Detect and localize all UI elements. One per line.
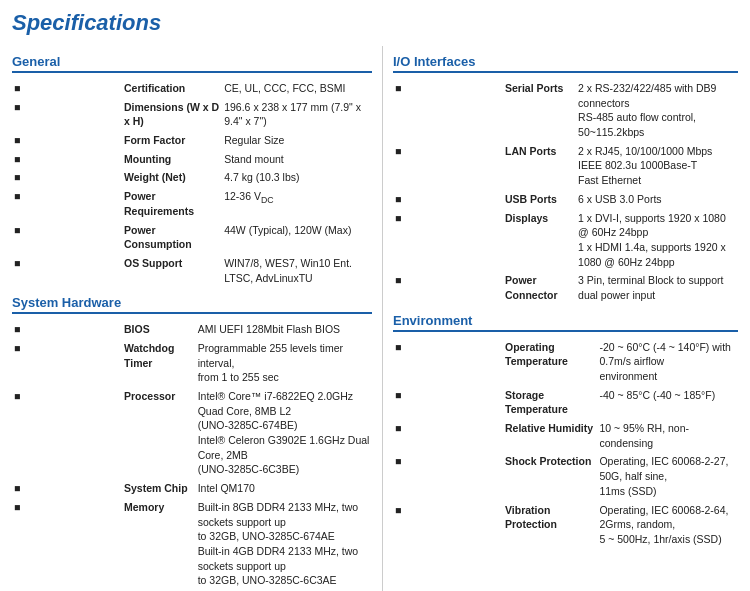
- table-row: ■ BIOS AMI UEFI 128Mbit Flash BIOS: [12, 320, 372, 339]
- io-table: ■ Serial Ports 2 x RS-232/422/485 with D…: [393, 79, 738, 305]
- two-column-layout: General ■ Certification CE, UL, CCC, FCC…: [12, 46, 738, 591]
- value-bios: AMI UEFI 128Mbit Flash BIOS: [196, 320, 372, 339]
- label-os-support: OS Support: [122, 254, 222, 287]
- table-row: ■ Memory Built-in 8GB DDR4 2133 MHz, two…: [12, 498, 372, 590]
- value-shock: Operating, IEC 60068-2-27, 50G, half sin…: [597, 452, 738, 500]
- table-row: ■ System Chip Intel QM170: [12, 479, 372, 498]
- label-dimensions: Dimensions (W x D x H): [122, 98, 222, 131]
- table-row: ■ Storage Temperature -40 ~ 85°C (-40 ~ …: [393, 386, 738, 419]
- table-row: ■ Displays 1 x DVI-I, supports 1920 x 10…: [393, 209, 738, 272]
- label-serial-ports: Serial Ports: [503, 79, 576, 142]
- value-displays: 1 x DVI-I, supports 1920 x 1080 @ 60Hz 2…: [576, 209, 738, 272]
- table-row: ■ Certification CE, UL, CCC, FCC, BSMI: [12, 79, 372, 98]
- table-row: ■ Processor Intel® Core™ i7-6822EQ 2.0GH…: [12, 387, 372, 479]
- general-table: ■ Certification CE, UL, CCC, FCC, BSMI ■…: [12, 79, 372, 287]
- table-row: ■ OS Support WIN7/8, WES7, Win10 Ent. LT…: [12, 254, 372, 287]
- value-serial-ports: 2 x RS-232/422/485 with DB9 connectorsRS…: [576, 79, 738, 142]
- value-weight: 4.7 kg (10.3 lbs): [222, 168, 372, 187]
- table-row: ■ Mounting Stand mount: [12, 150, 372, 169]
- table-row: ■ Form Factor Regular Size: [12, 131, 372, 150]
- label-displays: Displays: [503, 209, 576, 272]
- table-row: ■ Serial Ports 2 x RS-232/422/485 with D…: [393, 79, 738, 142]
- table-row: ■ Weight (Net) 4.7 kg (10.3 lbs): [12, 168, 372, 187]
- label-system-chip: System Chip: [122, 479, 196, 498]
- value-usb-ports: 6 x USB 3.0 Ports: [576, 190, 738, 209]
- table-row: ■ Shock Protection Operating, IEC 60068-…: [393, 452, 738, 500]
- value-dimensions: 196.6 x 238 x 177 mm (7.9" x 9.4" x 7"): [222, 98, 372, 131]
- value-system-chip: Intel QM170: [196, 479, 372, 498]
- right-column: I/O Interfaces ■ Serial Ports 2 x RS-232…: [382, 46, 738, 591]
- value-watchdog: Programmable 255 levels timer interval,f…: [196, 339, 372, 387]
- left-column: General ■ Certification CE, UL, CCC, FCC…: [12, 46, 382, 591]
- label-power-connector: Power Connector: [503, 271, 576, 304]
- value-os-support: WIN7/8, WES7, Win10 Ent. LTSC, AdvLinuxT…: [222, 254, 372, 287]
- label-weight: Weight (Net): [122, 168, 222, 187]
- value-mounting: Stand mount: [222, 150, 372, 169]
- value-operating-temp: -20 ~ 60°C (-4 ~ 140°F) with 0.7m/s airf…: [597, 338, 738, 386]
- table-row: ■ Power Requirements 12-36 VDC: [12, 187, 372, 220]
- table-row: ■ Watchdog Timer Programmable 255 levels…: [12, 339, 372, 387]
- label-form-factor: Form Factor: [122, 131, 222, 150]
- table-row: ■ Vibration Protection Operating, IEC 60…: [393, 501, 738, 549]
- value-vibration: Operating, IEC 60068-2-64, 2Grms, random…: [597, 501, 738, 549]
- label-usb-ports: USB Ports: [503, 190, 576, 209]
- label-storage-temp: Storage Temperature: [503, 386, 597, 419]
- label-humidity: Relative Humidity: [503, 419, 597, 452]
- table-row: ■ Power Connector 3 Pin, terminal Block …: [393, 271, 738, 304]
- label-operating-temp: Operating Temperature: [503, 338, 597, 386]
- table-row: ■ Dimensions (W x D x H) 196.6 x 238 x 1…: [12, 98, 372, 131]
- value-memory: Built-in 8GB DDR4 2133 MHz, two sockets …: [196, 498, 372, 590]
- section-environment-title: Environment: [393, 313, 738, 332]
- section-io-title: I/O Interfaces: [393, 54, 738, 73]
- label-shock: Shock Protection: [503, 452, 597, 500]
- table-row: ■ Relative Humidity 10 ~ 95% RH, non-con…: [393, 419, 738, 452]
- table-row: ■ Power Consumption 44W (Typical), 120W …: [12, 221, 372, 254]
- value-power-cons: 44W (Typical), 120W (Max): [222, 221, 372, 254]
- label-power-cons: Power Consumption: [122, 221, 222, 254]
- value-power-connector: 3 Pin, terminal Block to support dual po…: [576, 271, 738, 304]
- system-hardware-table: ■ BIOS AMI UEFI 128Mbit Flash BIOS ■ Wat…: [12, 320, 372, 591]
- value-humidity: 10 ~ 95% RH, non-condensing: [597, 419, 738, 452]
- label-memory: Memory: [122, 498, 196, 590]
- label-power-req: Power Requirements: [122, 187, 222, 220]
- label-certification: Certification: [122, 79, 222, 98]
- section-system-hardware-title: System Hardware: [12, 295, 372, 314]
- environment-table: ■ Operating Temperature -20 ~ 60°C (-4 ~…: [393, 338, 738, 549]
- value-power-req: 12-36 VDC: [222, 187, 372, 220]
- label-mounting: Mounting: [122, 150, 222, 169]
- table-row: ■ Operating Temperature -20 ~ 60°C (-4 ~…: [393, 338, 738, 386]
- value-lan-ports: 2 x RJ45, 10/100/1000 Mbps IEEE 802.3u 1…: [576, 142, 738, 190]
- value-form-factor: Regular Size: [222, 131, 372, 150]
- label-vibration: Vibration Protection: [503, 501, 597, 549]
- table-row: ■ LAN Ports 2 x RJ45, 10/100/1000 Mbps I…: [393, 142, 738, 190]
- table-row: ■ USB Ports 6 x USB 3.0 Ports: [393, 190, 738, 209]
- label-bios: BIOS: [122, 320, 196, 339]
- section-general-title: General: [12, 54, 372, 73]
- label-lan-ports: LAN Ports: [503, 142, 576, 190]
- label-processor: Processor: [122, 387, 196, 479]
- value-processor: Intel® Core™ i7-6822EQ 2.0GHz Quad Core,…: [196, 387, 372, 479]
- page-wrapper: Specifications General ■ Certification C…: [0, 0, 750, 591]
- label-watchdog: Watchdog Timer: [122, 339, 196, 387]
- content-area: Specifications General ■ Certification C…: [0, 0, 750, 591]
- value-certification: CE, UL, CCC, FCC, BSMI: [222, 79, 372, 98]
- value-storage-temp: -40 ~ 85°C (-40 ~ 185°F): [597, 386, 738, 419]
- page-title: Specifications: [12, 10, 738, 36]
